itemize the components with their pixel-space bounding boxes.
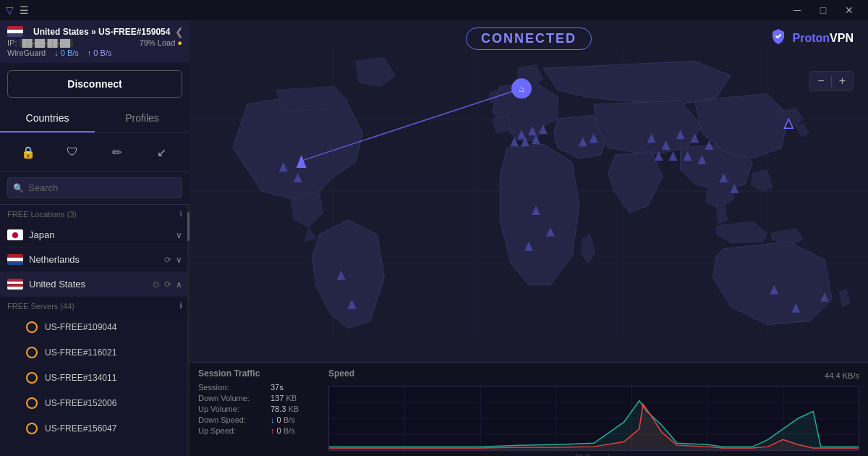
up-speed-row: Up Speed: ↑ 0 B/s <box>198 426 314 435</box>
country-list: FREE Locations (3) ℹ Japan ∨ Netherlands <box>0 205 190 456</box>
server-name: US-FREE#116021 <box>45 347 116 358</box>
main-tabs: Countries Profiles <box>0 105 190 133</box>
search-wrapper: 🔍 <box>7 177 182 198</box>
server-item-152006[interactable]: US-FREE#152006 <box>0 391 190 416</box>
filter-lock-button[interactable]: 🔒 <box>7 139 49 165</box>
filter-arrow-button[interactable]: ↙ <box>141 139 183 165</box>
server-status-icon <box>26 372 38 384</box>
free-locations-header: FREE Locations (3) ℹ <box>0 205 190 223</box>
server-name: US-FREE#134011 <box>45 373 116 383</box>
maximize-button[interactable]: □ <box>810 0 836 20</box>
filter-shield-button[interactable]: 🛡 <box>52 139 94 165</box>
app-icon: ▽ <box>6 4 14 16</box>
server-item-116021[interactable]: US-FREE#116021 <box>0 340 190 366</box>
connection-ip-row: IP: ██-██-██-██ 79% Load ● <box>7 38 182 47</box>
japan-expand-icon[interactable]: ∨ <box>176 230 182 240</box>
country-item-netherlands[interactable]: Netherlands ⟳ ∨ <box>0 248 190 272</box>
server-status-icon <box>26 321 38 333</box>
server-name: US-FREE#109044 <box>45 322 116 332</box>
session-row: Session: 37s <box>198 383 314 392</box>
session-traffic: Session Traffic Session: 37s Down Volume… <box>198 368 314 450</box>
filter-edit-button[interactable]: ✏ <box>96 139 138 165</box>
server-name: US-FREE#152006 <box>45 398 116 408</box>
free-locations-info-icon[interactable]: ℹ <box>179 209 182 219</box>
connected-badge: CONNECTED <box>466 28 592 50</box>
download-speed: ↓ 0 B/s <box>54 48 79 57</box>
speed-chart: Speed 44.4 KB/s <box>328 368 859 450</box>
server-status-icon <box>26 347 38 358</box>
protonvpn-text: ProtonVPN <box>793 32 854 45</box>
edit-icon: ✏ <box>112 145 122 159</box>
right-panel: CONNECTED ProtonVPN − | + <box>190 20 868 456</box>
us-expand-icon[interactable]: ∧ <box>176 279 182 290</box>
lock-icon: 🔒 <box>21 145 35 159</box>
netherlands-name: Netherlands <box>29 254 164 265</box>
close-button[interactable]: ✕ <box>836 0 862 20</box>
collapse-icon[interactable]: ❮ <box>175 26 184 38</box>
connection-header: United States » US-FREE#159054 ❮ IP: ██-… <box>0 20 190 63</box>
server-line: United States » US-FREE#159054 ❮ <box>7 26 182 37</box>
netherlands-expand-icon[interactable]: ∨ <box>176 255 182 265</box>
up-volume-value: 78.3 KB <box>271 405 314 413</box>
minimize-button[interactable]: ─ <box>784 0 810 20</box>
titlebar-left: ▽ ☰ <box>6 4 29 16</box>
protocol-name: WireGuard <box>7 48 46 57</box>
zoom-out-button[interactable]: − <box>814 73 827 89</box>
server-item-109044[interactable]: US-FREE#109044 <box>0 315 190 340</box>
server-status-icon <box>26 423 38 434</box>
search-container: 🔍 <box>0 172 190 205</box>
server-load: 79% Load ● <box>140 38 182 47</box>
connected-server-name: United States » US-FREE#159054 <box>33 27 170 37</box>
netherlands-reload-icon[interactable]: ⟳ <box>164 255 171 265</box>
us-actions: ⊙ ⟳ ∧ <box>153 279 182 290</box>
free-servers-info-icon[interactable]: ℹ <box>179 301 182 311</box>
us-pin-icon[interactable]: ⊙ <box>153 279 160 290</box>
window-controls: ─ □ ✕ <box>784 0 862 20</box>
filter-icons-row: 🔒 🛡 ✏ ↙ <box>0 133 190 172</box>
free-servers-label: FREE Servers (44) <box>7 302 75 311</box>
down-speed-value: ↓ 0 B/s <box>271 415 314 424</box>
us-flag <box>7 279 23 290</box>
map-area: CONNECTED ProtonVPN − | + <box>190 20 868 362</box>
proton-shield-icon <box>770 28 787 48</box>
ip-label: IP: <box>7 38 17 47</box>
server-status-icon <box>26 397 38 409</box>
up-volume-label: Up Volume: <box>198 405 239 413</box>
down-volume-row: Down Volume: 137 KB <box>198 394 314 402</box>
connection-protocol: WireGuard ↓ 0 B/s ↑ 0 B/s <box>7 48 182 57</box>
netherlands-actions: ⟳ ∨ <box>164 255 182 265</box>
main-layout: United States » US-FREE#159054 ❮ IP: ██-… <box>0 20 868 456</box>
session-value: 37s <box>271 383 314 392</box>
search-input[interactable] <box>7 177 182 198</box>
down-speed-row: Down Speed: ↓ 0 B/s <box>198 415 314 424</box>
netherlands-flag <box>7 254 23 265</box>
disconnect-button[interactable]: Disconnect <box>7 70 182 98</box>
search-icon: 🔍 <box>13 183 24 193</box>
protonvpn-logo: ProtonVPN <box>770 28 854 48</box>
session-label: Session: <box>198 383 229 392</box>
free-servers-header: FREE Servers (44) ℹ <box>0 297 190 315</box>
server-item-156047[interactable]: US-FREE#156047 <box>0 416 190 442</box>
speed-chart-area <box>328 386 859 451</box>
menu-icon[interactable]: ☰ <box>20 4 29 16</box>
country-item-us[interactable]: United States ⊙ ⟳ ∧ <box>0 272 190 297</box>
country-item-japan[interactable]: Japan ∨ <box>0 223 190 248</box>
us-reload-icon[interactable]: ⟳ <box>164 279 171 290</box>
tab-profiles[interactable]: Profiles <box>95 105 190 132</box>
server-item-134011[interactable]: US-FREE#134011 <box>0 366 190 391</box>
down-volume-value: 137 KB <box>271 394 314 402</box>
japan-flag <box>7 229 23 240</box>
free-locations-label: FREE Locations (3) <box>7 210 77 219</box>
down-speed-label: Down Speed: <box>198 415 246 424</box>
server-name: US-FREE#156047 <box>45 423 116 434</box>
down-volume-label: Down Volume: <box>198 394 250 402</box>
sidebar-scroll-area: FREE Locations (3) ℹ Japan ∨ Netherlands <box>0 205 190 456</box>
arrow-icon: ↙ <box>157 145 166 159</box>
us-name: United States <box>29 279 153 290</box>
session-traffic-title: Session Traffic <box>198 368 314 379</box>
zoom-in-button[interactable]: + <box>836 73 848 89</box>
connected-country-flag <box>7 26 23 37</box>
world-map[interactable]: ⌂ <box>190 20 868 362</box>
up-volume-row: Up Volume: 78.3 KB <box>198 405 314 413</box>
tab-countries[interactable]: Countries <box>0 105 95 132</box>
